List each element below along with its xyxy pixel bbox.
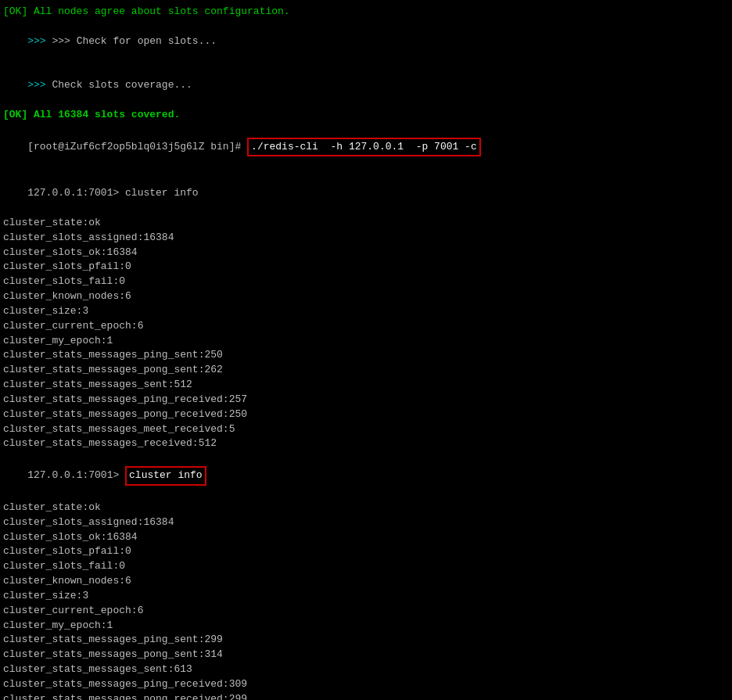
cluster-stats-pong-received1-line: cluster_stats_messages_pong_received:250	[3, 407, 729, 422]
cluster-stats-received1-line: cluster_stats_messages_received:512	[3, 436, 729, 451]
cluster-size1-line: cluster_size:3	[3, 304, 729, 319]
cluster-stats-meet-received1-line: cluster_stats_messages_meet_received:5	[3, 422, 729, 437]
cluster-stats-ping-sent1-line: cluster_stats_messages_ping_sent:250	[3, 348, 729, 363]
cluster-stats-ping-received2-line: cluster_stats_messages_ping_received:309	[3, 677, 729, 692]
prompt-arrow2: >>>	[27, 79, 52, 91]
terminal-window: [OK] All nodes agree about slots configu…	[0, 0, 732, 700]
cluster-known-nodes2-line: cluster_known_nodes:6	[3, 574, 729, 589]
cluster-state-ok1-line: cluster_state:ok	[3, 216, 729, 231]
cluster-stats-pong-sent1-line: cluster_stats_messages_pong_sent:262	[3, 363, 729, 378]
cluster-slots-fail2-line: cluster_slots_fail:0	[3, 559, 729, 574]
cluster-size2-line: cluster_size:3	[3, 589, 729, 604]
ok-slots-covered-line: [OK] All 16384 slots covered.	[3, 108, 729, 123]
cluster-state-ok2-line: cluster_state:ok	[3, 501, 729, 515]
cluster-slots-assigned1-line: cluster_slots_assigned:16384	[3, 231, 729, 246]
check-slots-coverage-line: >>> Check slots coverage...	[3, 63, 729, 108]
cluster-stats-pong-received2-line: cluster_stats_messages_pong_received:299	[3, 692, 729, 700]
cluster-slots-fail1-line: cluster_slots_fail:0	[3, 275, 729, 289]
redis-cli-boxed-cmd: ./redis-cli -h 127.0.0.1 -p 7001 -c	[247, 138, 481, 157]
cluster-my-epoch1-line: cluster_my_epoch:1	[3, 334, 729, 349]
cluster-stats-ping-sent2-line: cluster_stats_messages_ping_sent:299	[3, 633, 729, 648]
cluster-info-prompt1-line: 127.0.0.1:7001> cluster info	[3, 171, 729, 216]
root-prompt: [root@iZuf6cf2op5blq0i3j5g6lZ bin]#	[27, 141, 247, 153]
cluster-stats-pong-sent2-line: cluster_stats_messages_pong_sent:314	[3, 648, 729, 662]
cluster-slots-ok2-line: cluster_slots_ok:16384	[3, 530, 729, 545]
cluster-current-epoch2-line: cluster_current_epoch:6	[3, 604, 729, 619]
cluster-stats-sent1-line: cluster_stats_messages_sent:512	[3, 378, 729, 393]
cluster-info-prompt2-line: 127.0.0.1:7001> cluster info	[3, 451, 729, 501]
cluster-info-boxed: cluster info	[125, 466, 206, 486]
cluster-my-epoch2-line: cluster_my_epoch:1	[3, 619, 729, 634]
cluster-slots-ok1-line: cluster_slots_ok:16384	[3, 246, 729, 260]
cluster-current-epoch1-line: cluster_current_epoch:6	[3, 319, 729, 334]
cluster-stats-sent2-line: cluster_stats_messages_sent:613	[3, 662, 729, 677]
cluster-known-nodes1-line: cluster_known_nodes:6	[3, 289, 729, 304]
check-open-slots-line: >>> >>> Check for open slots...	[3, 20, 729, 64]
cluster-slots-assigned2-line: cluster_slots_assigned:16384	[3, 515, 729, 530]
cluster-stats-ping-received1-line: cluster_stats_messages_ping_received:257	[3, 393, 729, 407]
cluster-slots-pfail1-line: cluster_slots_pfail:0	[3, 260, 729, 275]
redis-cli-command-line: [root@iZuf6cf2op5blq0i3j5g6lZ bin]# ./re…	[3, 123, 729, 172]
ok-slots-config-line: [OK] All nodes agree about slots configu…	[3, 5, 729, 20]
cluster-slots-pfail2-line: cluster_slots_pfail:0	[3, 544, 729, 559]
prompt-arrow: >>>	[27, 35, 52, 47]
